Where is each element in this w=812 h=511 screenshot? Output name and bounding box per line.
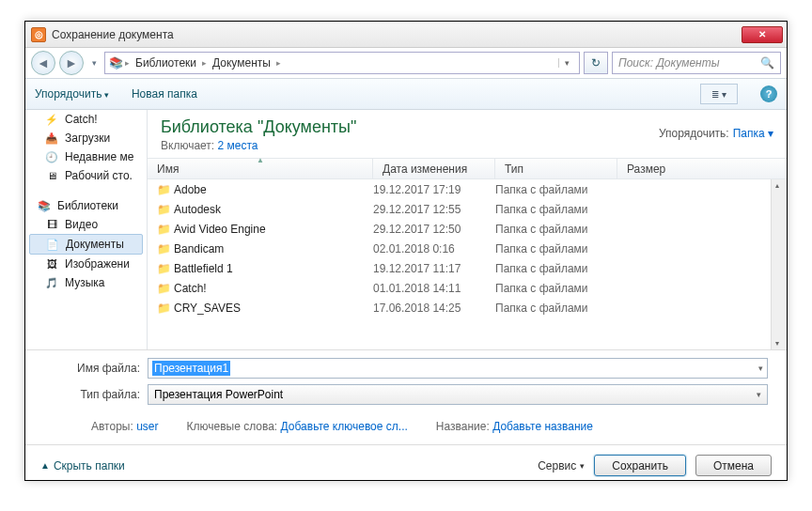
filetype-select[interactable]: Презентация PowerPoint ▾ — [148, 384, 768, 405]
search-icon: 🔍 — [760, 56, 774, 70]
column-headers: ▲ Имя Дата изменения Тип Размер — [148, 158, 787, 179]
hide-folders-label: Скрыть папки — [54, 459, 125, 472]
sidebar-item-videos[interactable]: 🎞Видео — [25, 215, 147, 234]
row-name: Battlefield 1 — [174, 262, 373, 275]
row-date: 17.06.2018 14:25 — [373, 302, 495, 315]
sidebar: ⚡Catch! 📥Загрузки 🕘Недавние ме 🖥Рабочий … — [25, 110, 148, 349]
catch-icon: ⚡ — [44, 113, 59, 126]
video-icon: 🎞 — [44, 218, 59, 231]
sidebar-item-music[interactable]: 🎵Музыка — [25, 273, 147, 292]
row-type: Папка с файлами — [495, 203, 617, 216]
folder-icon: 📁 — [157, 242, 174, 256]
organize-menu[interactable]: Упорядочить — [35, 87, 109, 101]
filename-input[interactable]: Презентация1 ▾ — [148, 358, 768, 379]
nav-history-dropdown[interactable]: ▾ — [87, 58, 101, 68]
sidebar-item[interactable]: 🕘Недавние ме — [25, 147, 147, 166]
row-name: Autodesk — [174, 203, 373, 216]
row-date: 29.12.2017 12:55 — [373, 203, 495, 216]
sort-dropdown[interactable]: Папка ▾ — [733, 127, 773, 140]
authors-label: Авторы: — [91, 420, 133, 433]
filename-label: Имя файла: — [44, 362, 148, 375]
table-row[interactable]: 📁CRY_SAVES17.06.2018 14:25Папка с файлам… — [148, 298, 787, 317]
service-menu[interactable]: Сервис▾ — [538, 459, 585, 472]
row-date: 01.01.2018 14:11 — [373, 282, 495, 295]
titlebar: ◎ Сохранение документа ✕ — [25, 22, 787, 48]
table-row[interactable]: 📁Battlefield 119.12.2017 11:17Папка с фа… — [148, 258, 787, 278]
music-icon: 🎵 — [44, 276, 59, 289]
help-button[interactable]: ? — [760, 85, 777, 102]
desktop-icon: 🖥 — [44, 169, 59, 182]
scrollbar[interactable] — [771, 179, 787, 349]
keywords-value[interactable]: Добавьте ключевое сл... — [281, 420, 408, 433]
row-name: Avid Video Engine — [174, 223, 373, 236]
sidebar-item-label: Музыка — [65, 276, 104, 289]
breadcrumb-seg[interactable]: Библиотеки — [132, 54, 200, 71]
row-date: 29.12.2017 12:50 — [373, 223, 495, 236]
folder-icon: 📚 — [109, 56, 123, 70]
cancel-button[interactable]: Отмена — [695, 455, 772, 476]
col-size[interactable]: Размер — [617, 159, 711, 178]
row-type: Папка с файлами — [495, 302, 617, 315]
filetype-label: Тип файла: — [44, 388, 148, 401]
hide-folders-toggle[interactable]: ▲Скрыть папки — [40, 459, 125, 472]
downloads-icon: 📥 — [44, 132, 59, 145]
toolbar: Упорядочить Новая папка ≣ ▾ ? — [25, 78, 787, 110]
address-dropdown[interactable]: ▾ — [558, 58, 575, 68]
sidebar-item-label: Видео — [65, 218, 98, 231]
address-bar[interactable]: 📚 ▸ Библиотеки ▸ Документы ▸ ▾ — [104, 52, 580, 74]
row-date: 19.12.2017 11:17 — [373, 262, 495, 275]
recent-icon: 🕘 — [44, 150, 59, 163]
sidebar-group-libraries[interactable]: 📚Библиотеки — [25, 196, 147, 215]
sidebar-item-label: Catch! — [65, 113, 98, 126]
folder-icon: 📁 — [157, 203, 174, 216]
forward-button[interactable]: ► — [59, 51, 84, 75]
window-title: Сохранение документа — [52, 28, 742, 41]
refresh-button[interactable]: ↻ — [584, 52, 608, 74]
new-folder-button[interactable]: Новая папка — [132, 87, 197, 101]
sidebar-item-label: Изображени — [65, 257, 130, 271]
table-row[interactable]: 📁Catch!01.01.2018 14:11Папка с файлами — [148, 278, 787, 298]
folder-icon: 📁 — [157, 183, 174, 196]
sidebar-item[interactable]: 📥Загрузки — [25, 129, 147, 147]
library-title: Библиотека "Документы" — [161, 117, 659, 137]
includes-link[interactable]: 2 места — [218, 139, 258, 152]
col-date[interactable]: Дата изменения — [373, 159, 495, 178]
search-input[interactable]: Поиск: Документы 🔍 — [612, 52, 781, 74]
dropdown-icon[interactable]: ▾ — [758, 364, 763, 373]
sort-label: Упорядочить: — [659, 127, 729, 140]
save-button[interactable]: Сохранить — [594, 455, 686, 476]
file-list: 📁Adobe19.12.2017 17:19Папка с файлами📁Au… — [148, 179, 787, 349]
doc-title-value[interactable]: Добавьте название — [492, 420, 593, 433]
table-row[interactable]: 📁Bandicam02.01.2018 0:16Папка с файлами — [148, 239, 787, 258]
row-name: CRY_SAVES — [174, 302, 373, 315]
chevron-right-icon: ▸ — [202, 58, 207, 68]
table-row[interactable]: 📁Autodesk29.12.2017 12:55Папка с файлами — [148, 199, 787, 219]
view-mode-button[interactable]: ≣ ▾ — [700, 84, 738, 104]
folder-icon: 📁 — [157, 262, 174, 275]
filename-value: Презентация1 — [152, 361, 230, 376]
sidebar-item[interactable]: 🖥Рабочий сто. — [25, 166, 147, 185]
folder-icon: 📁 — [157, 223, 174, 236]
row-name: Adobe — [174, 183, 373, 196]
close-button[interactable]: ✕ — [742, 26, 783, 43]
col-type[interactable]: Тип — [495, 159, 617, 178]
folder-icon: 📁 — [157, 302, 174, 315]
sidebar-item[interactable]: ⚡Catch! — [25, 110, 147, 129]
sidebar-item-documents[interactable]: 📄Документы — [29, 234, 143, 255]
table-row[interactable]: 📁Avid Video Engine29.12.2017 12:50Папка … — [148, 219, 787, 239]
chevron-right-icon: ▸ — [276, 58, 281, 68]
content-header: Библиотека "Документы" Включает: 2 места… — [148, 110, 787, 158]
sidebar-item-pictures[interactable]: 🖼Изображени — [25, 255, 147, 273]
picture-icon: 🖼 — [44, 257, 59, 271]
dropdown-icon: ▾ — [757, 390, 761, 399]
app-icon: ◎ — [31, 27, 46, 42]
metadata-row: Авторы: user Ключевые слова: Добавьте кл… — [25, 416, 787, 444]
row-type: Папка с файлами — [495, 262, 617, 275]
sidebar-item-label: Рабочий сто. — [65, 169, 133, 182]
sidebar-item-label: Документы — [66, 238, 124, 251]
breadcrumb-seg[interactable]: Документы — [209, 54, 274, 71]
authors-value[interactable]: user — [136, 420, 158, 433]
back-button[interactable]: ◄ — [31, 51, 55, 75]
table-row[interactable]: 📁Adobe19.12.2017 17:19Папка с файлами — [148, 179, 787, 199]
footer: ▲Скрыть папки Сервис▾ Сохранить Отмена — [25, 444, 787, 486]
